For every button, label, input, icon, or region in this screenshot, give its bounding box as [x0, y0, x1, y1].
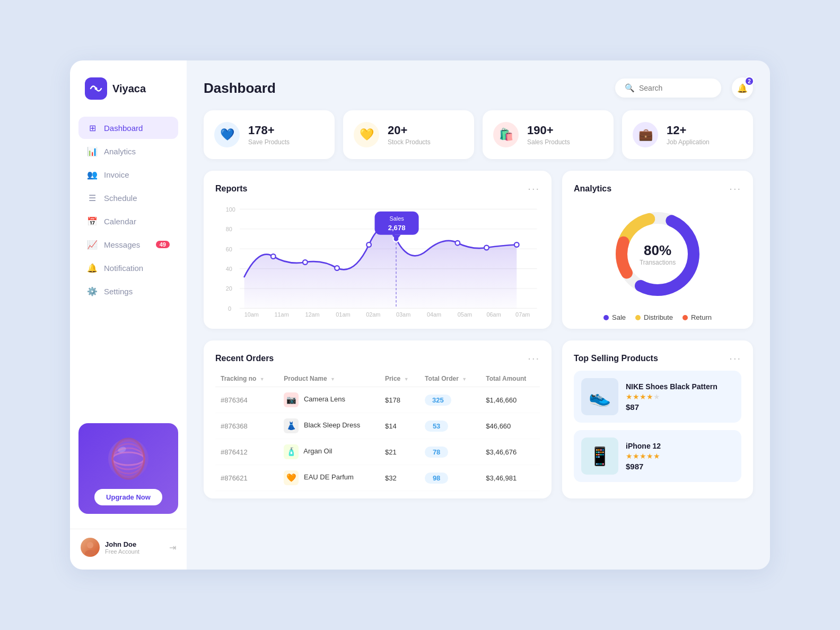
- user-name: John Doe: [105, 540, 164, 548]
- svg-point-40: [514, 242, 519, 247]
- stat-value-sales: 190+: [527, 124, 570, 137]
- order-badge: 98: [425, 472, 448, 484]
- calendar-icon: 📅: [87, 216, 98, 226]
- sidebar-item-settings[interactable]: ⚙️ Settings: [78, 280, 178, 302]
- stat-card-jobs: 💼 12+ Job Application: [622, 110, 753, 159]
- messages-badge: 49: [156, 241, 170, 248]
- mid-row: Reports ··· 100 80 60: [204, 171, 753, 329]
- legend-label-sale: Sale: [612, 313, 626, 321]
- sidebar-item-messages[interactable]: 📈 Messages 49: [78, 233, 178, 256]
- svg-point-34: [303, 260, 308, 265]
- stat-icon-stock: 💛: [354, 122, 379, 147]
- upgrade-button[interactable]: Upgrade Now: [94, 489, 162, 505]
- svg-text:80: 80: [226, 226, 232, 232]
- app-name: Viyaca: [112, 83, 146, 95]
- tracking-no: #876364: [215, 387, 278, 413]
- sidebar-item-calendar[interactable]: 📅 Calendar: [78, 210, 178, 232]
- svg-text:05am: 05am: [458, 311, 472, 318]
- svg-point-35: [335, 266, 339, 270]
- sidebar-item-analytics[interactable]: 📊 Analytics: [78, 140, 178, 162]
- stat-value-save: 178+: [248, 124, 290, 137]
- sidebar-user: John Doe Free Account ⇥: [70, 529, 187, 557]
- stat-label-sales: Sales Products: [527, 138, 570, 146]
- product-icon: 📷: [284, 392, 299, 407]
- avatar: [81, 538, 100, 557]
- notification-icon: 🔔: [87, 262, 98, 273]
- sidebar-item-dashboard[interactable]: ⊞ Dashboard: [78, 117, 178, 139]
- total-amount: $1,46,660: [480, 387, 540, 413]
- table-row: #876412 🧴 Argan Oil $21 78 $3,46,676: [215, 439, 540, 465]
- page-title: Dashboard: [204, 80, 276, 97]
- stat-value-jobs: 12+: [667, 124, 710, 137]
- svg-text:07am: 07am: [515, 311, 530, 318]
- stat-value-stock: 20+: [388, 124, 431, 137]
- table-row: #876364 📷 Camera Lens $178 325 $1,46,660: [215, 387, 540, 413]
- orders-header-row: Tracking no ▼ Product Name ▼ Price ▼ Tot…: [215, 371, 540, 387]
- product-name: NIKE Shoes Black Pattern: [626, 382, 718, 391]
- legend-item-return: Return: [682, 313, 712, 321]
- product-stars: ★★★★★: [626, 392, 718, 401]
- svg-point-39: [484, 246, 489, 250]
- stat-icon-save: 💙: [214, 122, 240, 147]
- notification-button[interactable]: 🔔 2: [732, 77, 753, 99]
- sidebar: Viyaca ⊞ Dashboard 📊 Analytics 👥 Invoice…: [70, 60, 187, 570]
- orders-card-header: Recent Orders ···: [215, 352, 540, 364]
- sidebar-item-notification[interactable]: 🔔 Notification: [78, 257, 178, 279]
- messages-icon: 📈: [87, 239, 98, 250]
- donut-center: 80% Transactions: [640, 242, 676, 266]
- sidebar-logo: Viyaca: [70, 77, 187, 117]
- sidebar-item-invoice[interactable]: 👥 Invoice: [78, 163, 178, 186]
- stat-icon-sales: 🛍️: [493, 122, 519, 147]
- sidebar-label-schedule: Schedule: [104, 194, 137, 203]
- list-item: 👟 NIKE Shoes Black Pattern ★★★★★ $87: [574, 371, 741, 423]
- analytics-card-header: Analytics ···: [574, 182, 741, 195]
- svg-text:10am: 10am: [244, 311, 259, 318]
- svg-point-0: [95, 88, 98, 90]
- svg-point-38: [455, 241, 460, 246]
- stat-label-stock: Stock Products: [388, 138, 431, 146]
- sidebar-label-notification: Notification: [104, 264, 143, 273]
- orders-tbody: #876364 📷 Camera Lens $178 325 $1,46,660…: [215, 387, 540, 491]
- svg-text:03am: 03am: [396, 311, 410, 318]
- svg-text:40: 40: [226, 266, 232, 272]
- sidebar-label-dashboard: Dashboard: [104, 124, 143, 133]
- analytics-icon: 📊: [87, 146, 98, 156]
- total-order: 53: [419, 413, 480, 439]
- orders-menu[interactable]: ···: [528, 352, 540, 364]
- product-info: NIKE Shoes Black Pattern ★★★★★ $87: [626, 382, 718, 412]
- chart-area: 100 80 60 40 20 0 10am: [215, 201, 540, 318]
- svg-text:01am: 01am: [336, 311, 350, 318]
- svg-text:11am: 11am: [274, 311, 288, 318]
- promo-sphere-icon: [104, 436, 152, 482]
- sidebar-label-invoice: Invoice: [104, 170, 129, 179]
- user-role: Free Account: [105, 548, 164, 555]
- orders-thead: Tracking no ▼ Product Name ▼ Price ▼ Tot…: [215, 371, 540, 387]
- search-bar[interactable]: 🔍: [615, 78, 721, 98]
- top-selling-menu[interactable]: ···: [729, 352, 741, 364]
- search-input[interactable]: [639, 84, 703, 92]
- analytics-menu[interactable]: ···: [729, 182, 741, 195]
- stat-cards: 💙 178+ Save Products 💛 20+ Stock Product…: [204, 110, 753, 159]
- logo-icon: [85, 77, 107, 100]
- reports-menu[interactable]: ···: [528, 182, 540, 195]
- product-thumbnail: 📱: [581, 438, 618, 475]
- reports-card-header: Reports ···: [215, 182, 540, 195]
- tracking-no: #876368: [215, 413, 278, 439]
- product-stars: ★★★★★: [626, 452, 661, 460]
- col-amount: Total Amount: [480, 371, 540, 387]
- recent-orders-card: Recent Orders ··· Tracking no ▼ Product …: [204, 340, 552, 498]
- sidebar-item-schedule[interactable]: ☰ Schedule: [78, 187, 178, 209]
- sidebar-promo: Upgrade Now: [78, 423, 178, 514]
- user-info: John Doe Free Account: [105, 540, 164, 555]
- product-icon: 🧴: [284, 444, 299, 459]
- product-name: 🧴 Argan Oil: [278, 439, 380, 465]
- product-info: iPhone 12 ★★★★★ $987: [626, 442, 661, 471]
- order-badge: 78: [425, 447, 448, 458]
- order-badge: 325: [425, 395, 451, 406]
- stat-label-save: Save Products: [248, 138, 290, 146]
- product-name: 🧡 EAU DE Parfum: [278, 465, 380, 491]
- logout-icon[interactable]: ⇥: [169, 542, 176, 553]
- stat-info-sales: 190+ Sales Products: [527, 124, 570, 146]
- stat-card-save: 💙 178+ Save Products: [204, 110, 335, 159]
- legend-dot-return: [682, 315, 688, 320]
